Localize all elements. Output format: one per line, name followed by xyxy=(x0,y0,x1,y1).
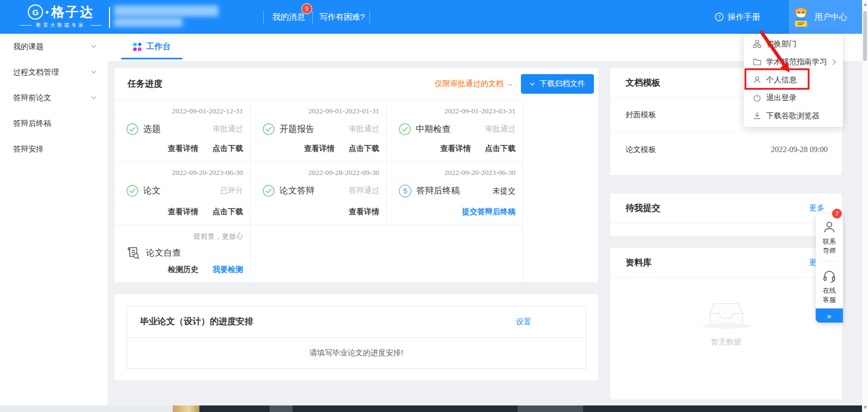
download-link[interactable]: 点击下载 xyxy=(485,144,515,154)
template-name-link[interactable]: 论文模板 xyxy=(626,145,771,155)
submit-final-draft-link[interactable]: 提交答辩后终稿 xyxy=(462,207,515,217)
check-circle-icon xyxy=(263,185,275,197)
manual-link[interactable]: ? 操作手册 xyxy=(715,0,760,34)
self-check-cell: 提前查，更放心 论文自查 检测历史 我要检测 xyxy=(114,225,251,282)
to-submit-panel: 待我提交 更多 xyxy=(610,193,842,236)
download-link[interactable]: 点击下载 xyxy=(349,144,379,154)
user-center-label: 用户中心 xyxy=(815,12,847,22)
to-submit-title: 待我提交 xyxy=(626,203,809,214)
sidebar: 我的课题 过程文档管理 答辩前论文 答辩后终稿 答辩安排 xyxy=(0,34,107,405)
brand-name: 格子达 xyxy=(51,3,94,21)
task-cell-midterm: 2022-09-01-2023-03-31 中期检查 审批通过 查看详情 点击下… xyxy=(387,100,523,161)
sidebar-item-process-docs[interactable]: 过程文档管理 xyxy=(0,59,107,85)
view-detail-link[interactable]: 查看详情 xyxy=(349,207,379,217)
schedule-card: 毕业论文（设计）的进度安排 设置 请填写毕业论文的进度安排! xyxy=(114,294,598,380)
sidebar-item-label: 答辩安排 xyxy=(13,144,96,154)
caret-down-icon xyxy=(530,82,535,86)
menu-item-logout[interactable]: 退出登录 xyxy=(744,89,843,107)
download-icon xyxy=(752,112,761,120)
task-status: 已评分 xyxy=(220,186,243,196)
task-status: 审批通过 xyxy=(213,124,243,134)
check-circle-icon xyxy=(126,185,138,197)
topbar: G 格子达 教育大数据专家 我的消息 9 写作有困难? ? 操作手册 xyxy=(0,0,863,34)
desktop-taskbar-sliver xyxy=(0,405,868,412)
taskbar-segment xyxy=(518,405,583,412)
self-check-tip: 提前查，更放心 xyxy=(193,232,243,241)
brand-logo: G 格子达 教育大数据专家 xyxy=(20,3,102,29)
question-circle-icon: ? xyxy=(715,13,724,21)
tagline-dash-right xyxy=(90,25,102,26)
task-name: 选题 xyxy=(143,124,161,135)
task-cell-topic: 2022-09-01-2022-12-31 选题 审批通过 查看详情 点击下载 xyxy=(114,100,251,161)
menu-item-academic-guide[interactable]: 学术规范指南学习 xyxy=(744,53,843,71)
logo-g-icon: G xyxy=(28,4,43,20)
contact-mentor-button[interactable]: 联系导师 xyxy=(816,214,843,260)
menu-item-switch-department[interactable]: 切换部门 xyxy=(744,35,843,53)
writing-help-link[interactable]: 写作有困难? xyxy=(319,0,365,34)
template-time: 2022-09-28 09:00 xyxy=(771,145,828,154)
divider xyxy=(610,223,842,223)
divider xyxy=(610,277,842,278)
download-link[interactable]: 点击下载 xyxy=(213,144,243,154)
page-scrollbar xyxy=(862,0,868,412)
scrollbar-thumb[interactable] xyxy=(863,11,867,61)
taskbar-segment xyxy=(270,405,293,412)
divider xyxy=(821,261,838,262)
sidebar-item-defense-schedule[interactable]: 答辩安排 xyxy=(0,136,107,162)
menu-item-label: 学术规范指南学习 xyxy=(766,57,827,67)
download-archive-button[interactable]: 下载归档文件 xyxy=(521,74,594,94)
task-name: 论文答辩 xyxy=(280,185,314,197)
nav-divider xyxy=(263,11,264,23)
download-link[interactable]: 点击下载 xyxy=(213,207,243,217)
sidebar-item-pre-defense-paper[interactable]: 答辩前论文 xyxy=(0,85,107,111)
tab-workbench[interactable]: 工作台 xyxy=(121,34,183,59)
schedule-box: 毕业论文（设计）的进度安排 设置 请填写毕业论文的进度安排! xyxy=(126,306,586,369)
run-check-link[interactable]: 我要检测 xyxy=(213,265,243,275)
org-icon xyxy=(752,40,761,49)
schedule-settings-link[interactable]: 设置 xyxy=(516,317,531,327)
messages-label: 我的消息 xyxy=(272,12,305,22)
messages-link[interactable]: 我的消息 xyxy=(272,0,305,34)
collapse-widget-button[interactable]: » xyxy=(816,308,843,323)
check-history-link[interactable]: 检测历史 xyxy=(168,265,198,275)
online-service-label: 在线客服 xyxy=(822,286,836,305)
tab-workbench-label: 工作台 xyxy=(146,41,171,52)
to-submit-more-link[interactable]: 更多 xyxy=(809,203,824,213)
view-detail-link[interactable]: 查看详情 xyxy=(440,144,471,154)
task-name: 开题报告 xyxy=(280,124,314,135)
svg-text:?: ? xyxy=(718,14,720,20)
menu-item-personal-info[interactable]: 个人信息 xyxy=(744,71,843,89)
view-detail-link[interactable]: 查看详情 xyxy=(304,144,335,154)
task-progress-title: 任务进度 xyxy=(128,78,162,90)
menu-item-download-chrome[interactable]: 下载谷歌浏览器 xyxy=(744,107,843,125)
task-progress-card: 任务进度 仅限审批通过的文档 → 下载归档文件 2022-09-01-2022-… xyxy=(114,68,598,282)
active-tab-indicator xyxy=(121,58,183,59)
sidebar-item-my-topics[interactable]: 我的课题 xyxy=(0,34,107,59)
taskbar-icon-sliver xyxy=(173,405,199,412)
tagline-dash-left xyxy=(20,25,32,26)
step-number-icon: 5 xyxy=(399,185,411,197)
chevron-down-icon xyxy=(91,70,96,74)
online-service-button[interactable]: 在线客服 xyxy=(816,263,843,309)
task-grid: 2022-09-01-2022-12-31 选题 审批通过 查看详情 点击下载 … xyxy=(114,100,523,282)
task-date: 2022-09-01-2023-03-31 xyxy=(445,107,515,116)
workbench-grid-icon xyxy=(133,43,142,51)
menu-item-label: 切换部门 xyxy=(766,39,797,49)
task-name: 论文 xyxy=(143,185,161,197)
task-name: 答辩后终稿 xyxy=(416,185,460,197)
writing-help-label: 写作有困难? xyxy=(319,12,365,22)
view-detail-link[interactable]: 查看详情 xyxy=(168,144,198,154)
manual-label: 操作手册 xyxy=(727,12,760,22)
headset-icon xyxy=(822,269,836,283)
task-name: 中期检查 xyxy=(416,124,451,135)
scrollbar-up-arrow[interactable] xyxy=(864,3,867,6)
library-empty-text: 暂无数据 xyxy=(711,337,742,347)
empty-shadow xyxy=(702,323,750,329)
paper-check-icon xyxy=(126,246,141,260)
user-center-button[interactable]: 用户中心 xyxy=(789,0,863,34)
scrollbar-down-arrow[interactable] xyxy=(864,406,867,409)
sidebar-item-final-draft[interactable]: 答辩后终稿 xyxy=(0,111,107,136)
contact-widget: 7 联系导师 在线客服 » xyxy=(816,214,843,323)
check-circle-icon xyxy=(126,123,138,135)
view-detail-link[interactable]: 查看详情 xyxy=(168,207,198,217)
